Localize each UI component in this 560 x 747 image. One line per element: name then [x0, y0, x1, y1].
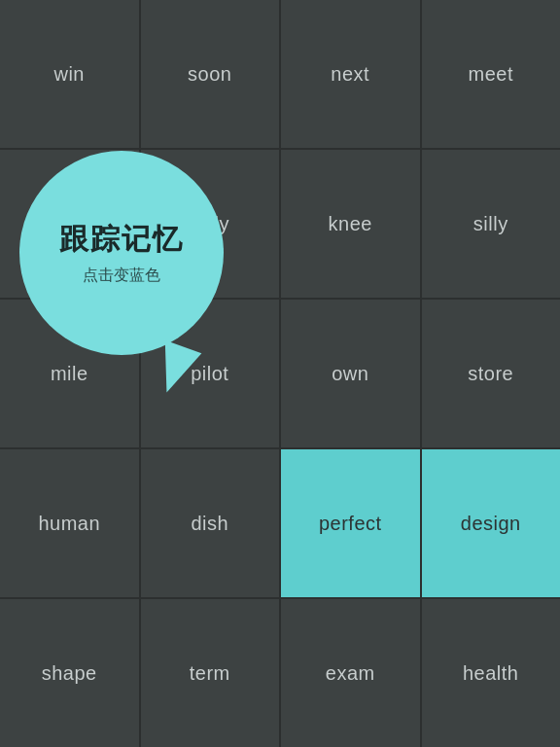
grid-cell-r2c4[interactable]: silly: [422, 150, 561, 298]
cell-label: store: [468, 363, 513, 385]
word-grid: winsoonnextmeetplantrulykneesillymilepil…: [0, 0, 560, 747]
cell-label: shape: [42, 662, 97, 685]
grid-cell-r5c2[interactable]: term: [141, 599, 280, 747]
cell-label: own: [332, 363, 368, 385]
grid-cell-r4c2[interactable]: dish: [141, 449, 280, 597]
cell-label: win: [53, 63, 85, 86]
grid-cell-r4c4[interactable]: design: [422, 449, 561, 597]
grid-cell-r4c1[interactable]: human: [0, 449, 139, 597]
grid-cell-r2c3[interactable]: knee: [281, 150, 420, 298]
grid-cell-r1c1[interactable]: win: [0, 0, 139, 148]
tooltip-subtitle: 点击变蓝色: [83, 266, 160, 286]
cell-label: meet: [469, 63, 513, 86]
grid-cell-r3c4[interactable]: store: [422, 300, 561, 447]
cell-label: perfect: [319, 513, 382, 535]
cell-label: next: [331, 63, 369, 86]
cell-label: exam: [326, 662, 375, 685]
cell-label: dish: [191, 513, 228, 535]
cell-label: knee: [329, 213, 372, 235]
tooltip-bubble: 跟踪记忆 点击变蓝色: [19, 151, 224, 355]
cell-label: health: [463, 662, 519, 685]
cell-label: design: [461, 513, 521, 535]
grid-cell-r1c4[interactable]: meet: [422, 0, 561, 148]
grid-cell-r5c3[interactable]: exam: [281, 599, 420, 747]
grid-cell-r1c2[interactable]: soon: [141, 0, 280, 148]
grid-cell-r5c4[interactable]: health: [422, 599, 561, 747]
tooltip-title: 跟踪记忆: [59, 220, 184, 260]
grid-cell-r5c1[interactable]: shape: [0, 599, 139, 747]
grid-cell-r4c3[interactable]: perfect: [281, 449, 420, 597]
grid-cell-r3c3[interactable]: own: [281, 300, 420, 447]
cell-label: human: [38, 513, 100, 535]
grid-cell-r1c3[interactable]: next: [281, 0, 420, 148]
cell-label: silly: [473, 213, 508, 235]
cell-label: term: [190, 662, 230, 685]
cell-label: mile: [51, 363, 88, 385]
cell-label: soon: [188, 63, 231, 86]
